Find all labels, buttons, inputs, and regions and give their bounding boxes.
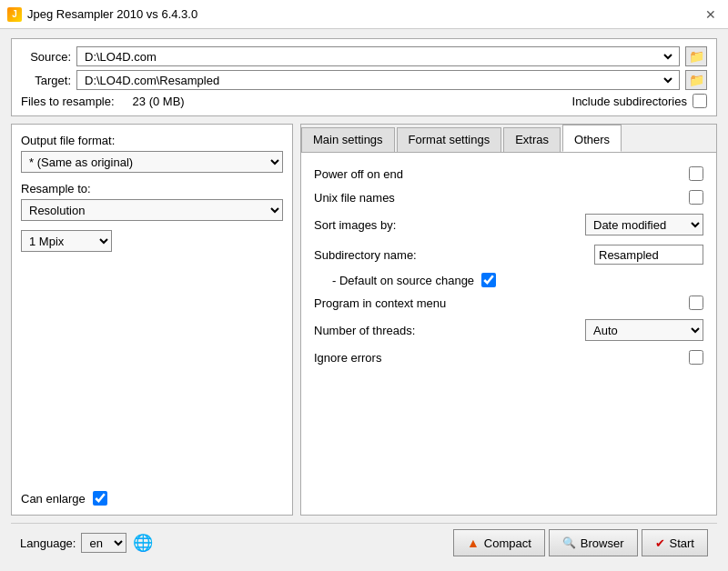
unix-names-checkbox[interactable] (689, 190, 703, 205)
tab-main-settings[interactable]: Main settings (301, 127, 395, 152)
tab-extras[interactable]: Extras (503, 127, 561, 152)
tabs-header: Main settings Format settings Extras Oth… (301, 125, 716, 153)
right-panel: Main settings Format settings Extras Oth… (300, 124, 717, 516)
browser-icon: 🔍 (562, 536, 576, 549)
compact-button[interactable]: ▲ Compact (453, 529, 545, 556)
context-menu-label: Program in context menu (314, 296, 446, 310)
sort-by-label: Sort images by: (314, 218, 396, 232)
source-label: Source: (21, 50, 71, 64)
target-row: Target: D:\LO4D.com\Resampled 📁 (21, 70, 707, 90)
browser-button[interactable]: 🔍 Browser (549, 529, 638, 556)
start-button[interactable]: ✔ Start (642, 529, 708, 556)
power-off-label: Power off on end (314, 167, 403, 181)
output-format-group: Output file format: * (Same as original) (21, 134, 283, 173)
source-browse-button[interactable]: 📁 (685, 46, 707, 66)
threads-label: Number of threads: (314, 324, 415, 337)
app-icon: J (7, 7, 22, 22)
window-title: Jpeg Resampler 2010 vs 6.4.3.0 (27, 7, 197, 21)
tab-others[interactable]: Others (562, 125, 622, 152)
files-count: 23 (0 MB) (133, 95, 185, 108)
close-button[interactable]: ✕ (701, 5, 721, 25)
source-row: Source: D:\LO4D.com 📁 (21, 46, 707, 66)
include-subdirs-label: Include subdirectories (572, 95, 687, 108)
subdir-name-label: Subdirectory name: (314, 248, 417, 262)
default-on-change-label: - Default on source change (332, 274, 474, 287)
source-combo[interactable]: D:\LO4D.com (76, 46, 680, 66)
subdir-name-input[interactable] (594, 245, 703, 265)
subdir-name-row: Subdirectory name: (314, 240, 703, 269)
browser-label: Browser (581, 536, 624, 550)
start-label: Start (670, 536, 694, 550)
unix-names-row: Unix file names (314, 185, 703, 209)
language-row: Language: en de fr ru 🌐 (20, 532, 154, 554)
sort-by-row: Sort images by: Date modified Name Size … (314, 209, 703, 240)
threads-select[interactable]: Auto 1 2 4 8 (585, 319, 703, 341)
target-label: Target: (21, 74, 71, 87)
footer-buttons: ▲ Compact 🔍 Browser ✔ Start (453, 529, 708, 556)
files-label: Files to resample: (21, 95, 115, 108)
unix-names-label: Unix file names (314, 191, 395, 205)
output-format-label: Output file format: (21, 134, 283, 147)
default-on-change-checkbox[interactable] (481, 273, 496, 287)
left-panel: Output file format: * (Same as original)… (11, 124, 293, 516)
resample-group: Resample to: Resolution (21, 182, 283, 221)
compact-icon: ▲ (467, 536, 480, 550)
top-section: Source: D:\LO4D.com 📁 Target: D:\LO4D.co… (11, 38, 717, 116)
power-off-checkbox[interactable] (689, 166, 703, 181)
language-label: Language: (20, 536, 76, 550)
default-on-change-row: - Default on source change (314, 269, 703, 291)
context-menu-checkbox[interactable] (689, 296, 703, 310)
tab-format-settings[interactable]: Format settings (397, 127, 502, 152)
language-select[interactable]: en de fr ru (81, 533, 126, 553)
title-bar: J Jpeg Resampler 2010 vs 6.4.3.0 ✕ (0, 0, 728, 29)
ignore-errors-row: Ignore errors (314, 346, 703, 369)
target-combo[interactable]: D:\LO4D.com\Resampled (76, 70, 680, 90)
start-icon: ✔ (655, 536, 665, 550)
context-menu-row: Program in context menu (314, 291, 703, 315)
resolution-group: 1 Mpix (21, 230, 283, 252)
compact-label: Compact (484, 536, 531, 550)
power-off-row: Power off on end (314, 162, 703, 185)
include-subdirs-row: Include subdirectories (572, 94, 707, 108)
resample-label: Resample to: (21, 182, 283, 195)
sort-by-select[interactable]: Date modified Name Size Date created (585, 214, 703, 235)
output-format-select[interactable]: * (Same as original) (21, 151, 283, 173)
target-browse-button[interactable]: 📁 (685, 70, 707, 90)
others-tab-content: Power off on end Unix file names Sort im… (301, 153, 716, 515)
include-subdirs-checkbox[interactable] (693, 94, 707, 108)
resample-select[interactable]: Resolution (21, 199, 283, 221)
globe-icon[interactable]: 🌐 (132, 532, 154, 554)
footer: Language: en de fr ru 🌐 ▲ Compact 🔍 Brow… (11, 523, 717, 562)
target-select[interactable]: D:\LO4D.com\Resampled (81, 71, 675, 89)
ignore-errors-checkbox[interactable] (689, 350, 703, 365)
can-enlarge-checkbox[interactable] (93, 491, 107, 506)
threads-row: Number of threads: Auto 1 2 4 8 (314, 315, 703, 346)
files-row: Files to resample: 23 (0 MB) Include sub… (21, 94, 707, 108)
bottom-section: Output file format: * (Same as original)… (11, 124, 717, 516)
ignore-errors-label: Ignore errors (314, 351, 381, 365)
main-content: Source: D:\LO4D.com 📁 Target: D:\LO4D.co… (0, 29, 728, 571)
can-enlarge-row: Can enlarge (21, 491, 283, 506)
source-select[interactable]: D:\LO4D.com (81, 47, 675, 65)
resolution-select[interactable]: 1 Mpix (21, 230, 112, 252)
can-enlarge-label: Can enlarge (21, 492, 86, 506)
